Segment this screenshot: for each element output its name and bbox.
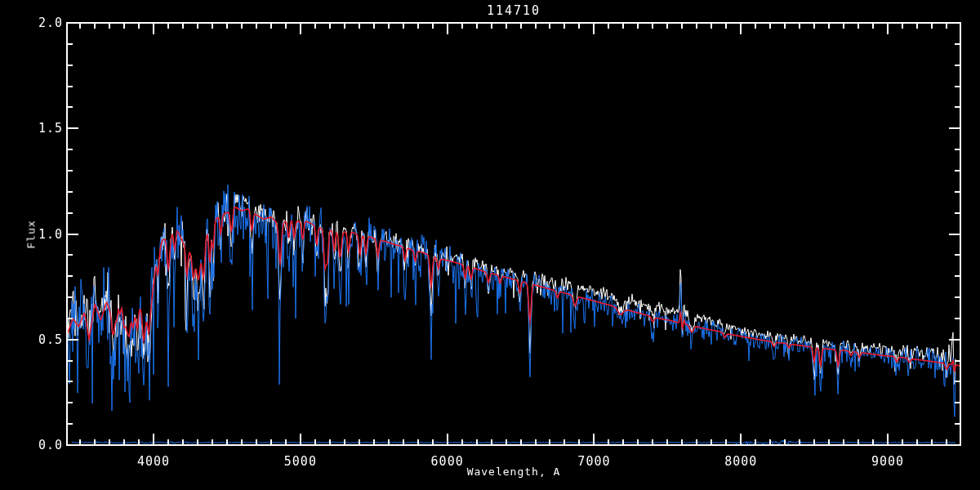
y-tick-label: 1.0 [38, 227, 63, 242]
y-tick-label: 0.5 [38, 332, 63, 347]
spectrum-figure: 114710 Wavelength, A Flux 40005000600070… [0, 0, 980, 490]
spectrum-plot-canvas [0, 0, 980, 490]
x-tick-label: 6000 [431, 454, 464, 469]
plot-title: 114710 [487, 3, 541, 18]
y-tick-label: 1.5 [38, 121, 63, 136]
x-tick-label: 5000 [284, 454, 317, 469]
x-axis-label: Wavelength, A [467, 466, 561, 478]
x-tick-label: 8000 [724, 454, 757, 469]
x-tick-label: 7000 [577, 454, 610, 469]
y-tick-label: 2.0 [38, 16, 63, 30]
x-tick-label: 9000 [871, 454, 904, 469]
y-axis-label: Flux [25, 220, 38, 248]
x-tick-label: 4000 [137, 454, 170, 469]
y-tick-label: 0.0 [38, 438, 63, 452]
